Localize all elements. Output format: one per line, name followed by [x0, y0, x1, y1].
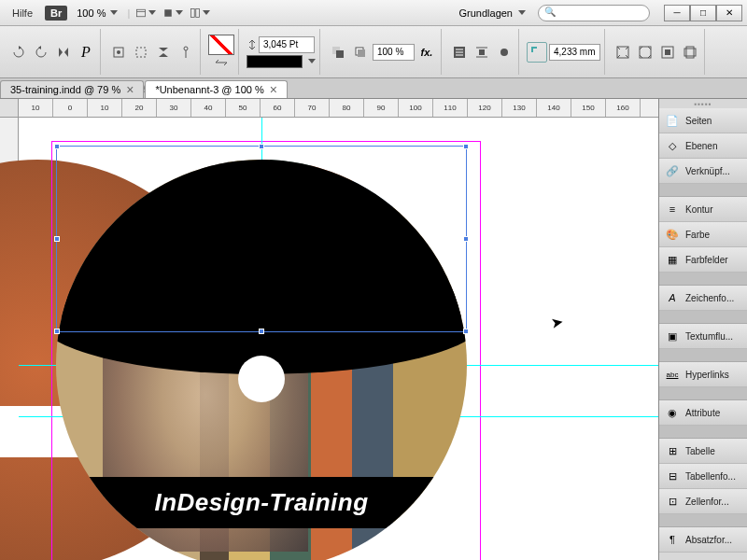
close-icon[interactable]: × [270, 85, 277, 94]
hyperlinks-panel[interactable]: abcHyperlinks [659, 362, 747, 387]
stroke-icon: ≡ [665, 203, 680, 216]
document-tab[interactable]: 35-training.indd @ 79 % × [0, 80, 144, 98]
paragraph-styles-panel[interactable]: ¶Absatzfor... [659, 527, 747, 553]
hyperlink-icon: abc [665, 368, 680, 381]
cd-title-text: InDesign-Training [154, 488, 368, 517]
panel-dock: ▪▪▪▪▪ 📄Seiten ◇Ebenen 🔗Verknüpf... ≡Kont… [658, 99, 747, 560]
rotate-neg90-button[interactable] [31, 42, 51, 63]
window-controls: ─ □ ✕ [664, 5, 742, 21]
table-icon: ⊞ [665, 444, 680, 457]
workspace-label: Grundlagen [459, 7, 514, 19]
svg-rect-11 [336, 50, 344, 58]
pages-panel[interactable]: 📄Seiten [659, 108, 747, 133]
svg-rect-7 [136, 48, 146, 57]
cd-top-shape [56, 160, 467, 318]
document-tabs: 35-training.indd @ 79 % × *Unbenannt-3 @… [0, 78, 747, 99]
wrap-icon: ▣ [665, 329, 680, 343]
control-panel: P fx. [0, 26, 747, 78]
pages-icon: 📄 [665, 114, 680, 127]
svg-rect-4 [196, 8, 200, 17]
select-content-button[interactable] [131, 42, 151, 63]
close-icon[interactable]: × [126, 85, 134, 94]
screen-mode-button[interactable] [162, 4, 184, 22]
text-wrap-none-button[interactable] [449, 42, 470, 63]
svg-rect-3 [191, 8, 195, 17]
chevron-down-icon [308, 59, 316, 63]
page-content[interactable]: InDesign-Training ➤ [19, 118, 658, 560]
fit-frame-button[interactable] [613, 42, 633, 63]
cell-style-icon: ⊡ [665, 495, 680, 508]
svg-point-8 [184, 47, 188, 50]
svg-point-21 [500, 49, 508, 56]
corner-options-button[interactable] [527, 42, 547, 63]
stroke-color-swatch[interactable] [208, 35, 234, 55]
chevron-down-icon [110, 10, 118, 15]
document-tab[interactable]: *Unbenannt-3 @ 100 % × [145, 80, 288, 98]
center-content-button[interactable] [657, 42, 678, 63]
table-styles-panel[interactable]: ⊟Tabellenfo... [659, 464, 747, 489]
select-container-button[interactable] [108, 42, 129, 63]
para-icon: ¶ [665, 533, 680, 546]
svg-rect-13 [358, 49, 365, 57]
horizontal-ruler[interactable]: 1001020304050607080901001101201301401501… [19, 99, 658, 118]
swatches-icon: ▦ [665, 253, 680, 266]
color-icon: 🎨 [665, 228, 680, 241]
arrange-button[interactable] [189, 4, 211, 22]
flip-v-button[interactable] [153, 42, 174, 63]
svg-rect-25 [665, 49, 670, 55]
cell-styles-panel[interactable]: ⊡Zellenfor... [659, 489, 747, 514]
table-style-icon: ⊟ [665, 469, 680, 483]
svg-rect-2 [165, 9, 173, 17]
table-panel[interactable]: ⊞Tabelle [659, 439, 747, 464]
stroke-weight-input[interactable] [259, 36, 315, 53]
text-wrap-panel[interactable]: ▣Textumflu... [659, 324, 747, 349]
help-menu[interactable]: Hilfe [5, 7, 40, 19]
cd-disc: InDesign-Training [56, 160, 467, 560]
ruler-origin[interactable] [0, 99, 19, 118]
flip-h-button[interactable] [53, 42, 74, 63]
layers-panel[interactable]: ◇Ebenen [659, 133, 747, 159]
fx-button[interactable]: fx. [416, 42, 437, 63]
search-input[interactable] [538, 5, 650, 21]
minimize-button[interactable]: ─ [664, 5, 690, 21]
links-panel[interactable]: 🔗Verknüpf... [659, 159, 747, 184]
close-button[interactable]: ✕ [716, 5, 742, 21]
fit-content-button[interactable] [635, 42, 655, 63]
text-wrap-bbox-button[interactable] [472, 42, 492, 63]
character-styles-panel[interactable]: AZeichenfo... [659, 286, 747, 311]
cursor-icon: ➤ [549, 313, 564, 332]
cd-artwork-frame[interactable]: InDesign-Training [56, 146, 467, 560]
anchor-button[interactable] [176, 42, 196, 63]
zoom-value: 100 % [77, 7, 106, 19]
attr-icon: ◉ [665, 406, 680, 419]
links-icon: 🔗 [665, 164, 680, 177]
stroke-panel[interactable]: ≡Kontur [659, 197, 747, 222]
swatches-panel[interactable]: ▦Farbfelder [659, 247, 747, 273]
text-wrap-shape-button[interactable] [494, 42, 514, 63]
view-options-button[interactable] [134, 4, 157, 22]
effects-opacity-button[interactable] [328, 42, 348, 63]
workspace-switcher[interactable]: Grundlagen [452, 7, 534, 19]
color-panel[interactable]: 🎨Farbe [659, 222, 747, 247]
bridge-button[interactable]: Br [45, 6, 67, 21]
drop-shadow-button[interactable] [350, 42, 371, 63]
document-canvas[interactable]: 1001020304050607080901001101201301401501… [0, 99, 658, 560]
attributes-panel[interactable]: ◉Attribute [659, 400, 747, 426]
text-tool-icon[interactable]: P [76, 42, 96, 63]
zoom-level[interactable]: 100 % [72, 7, 122, 19]
chevron-down-icon [518, 10, 526, 15]
dock-grabber[interactable]: ▪▪▪▪▪ [659, 99, 747, 108]
tab-label: *Unbenannt-3 @ 100 % [155, 84, 263, 95]
maximize-button[interactable]: □ [690, 5, 716, 21]
cd-title-band: InDesign-Training [56, 477, 467, 528]
opacity-input[interactable] [373, 44, 415, 61]
layers-icon: ◇ [665, 139, 680, 152]
swap-colors-button[interactable] [211, 56, 232, 69]
cd-center-hole [238, 356, 285, 402]
corner-radius-input[interactable] [549, 44, 600, 61]
stroke-style-dropdown[interactable] [247, 55, 303, 68]
fill-frame-button[interactable] [680, 42, 700, 63]
menu-bar: Hilfe Br 100 % | Grundlagen ─ □ ✕ [0, 0, 747, 26]
rotate-90-button[interactable] [8, 42, 29, 63]
char-icon: A [665, 291, 680, 304]
